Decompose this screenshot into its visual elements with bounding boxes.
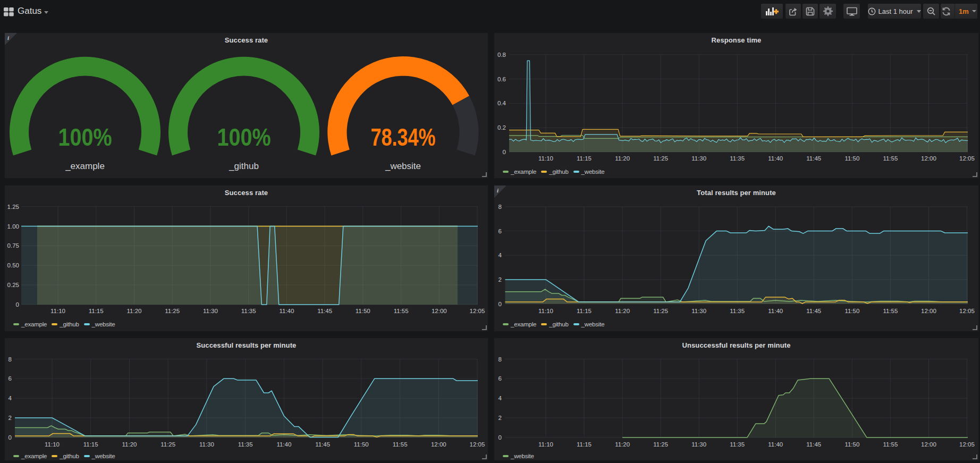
svg-text:11:45: 11:45: [806, 155, 821, 162]
svg-text:11:50: 11:50: [844, 308, 859, 314]
svg-text:11:55: 11:55: [883, 308, 898, 314]
svg-text:11:50: 11:50: [844, 155, 859, 162]
svg-text:0.75: 0.75: [7, 242, 19, 249]
svg-text:12:00: 12:00: [432, 308, 447, 314]
svg-text:11:35: 11:35: [730, 155, 745, 162]
svg-text:11:10: 11:10: [50, 308, 65, 314]
svg-text:2: 2: [499, 415, 502, 421]
svg-text:0.6: 0.6: [497, 76, 506, 82]
svg-text:11:40: 11:40: [768, 155, 783, 162]
svg-text:11:25: 11:25: [653, 441, 668, 448]
svg-text:11:45: 11:45: [317, 308, 332, 314]
svg-text:100%: 100%: [217, 123, 271, 151]
svg-text:11:55: 11:55: [393, 441, 408, 448]
svg-text:_github: _github: [229, 161, 259, 171]
svg-text:11:45: 11:45: [315, 441, 330, 448]
svg-text:12:00: 12:00: [921, 441, 936, 448]
svg-text:4: 4: [499, 252, 502, 258]
svg-text:11:10: 11:10: [538, 308, 553, 314]
svg-text:11:20: 11:20: [127, 308, 142, 314]
svg-text:12:05: 12:05: [959, 155, 975, 162]
svg-text:0.2: 0.2: [497, 124, 506, 131]
svg-text:11:10: 11:10: [538, 155, 553, 162]
svg-text:11:25: 11:25: [653, 155, 668, 162]
svg-text:12:05: 12:05: [470, 308, 485, 314]
svg-text:11:40: 11:40: [768, 441, 783, 448]
svg-text:4: 4: [499, 395, 502, 401]
svg-text:100%: 100%: [58, 123, 112, 151]
svg-text:11:15: 11:15: [577, 441, 592, 448]
svg-text:0.25: 0.25: [7, 282, 19, 288]
svg-text:11:10: 11:10: [538, 441, 553, 448]
svg-text:0.4: 0.4: [497, 100, 506, 106]
svg-text:11:25: 11:25: [165, 308, 180, 314]
svg-text:11:55: 11:55: [394, 308, 409, 314]
svg-text:0: 0: [499, 301, 502, 307]
svg-text:1.00: 1.00: [7, 223, 19, 230]
svg-text:_example: _example: [65, 161, 105, 171]
svg-text:11:25: 11:25: [160, 441, 175, 448]
svg-text:11:30: 11:30: [199, 441, 214, 448]
svg-text:11:15: 11:15: [577, 308, 592, 314]
svg-text:12:00: 12:00: [921, 308, 936, 314]
svg-text:11:30: 11:30: [203, 308, 218, 314]
svg-text:1.25: 1.25: [7, 204, 19, 210]
svg-text:11:50: 11:50: [354, 441, 369, 448]
svg-text:11:50: 11:50: [356, 308, 370, 314]
svg-text:11:35: 11:35: [730, 308, 745, 314]
svg-text:11:40: 11:40: [276, 441, 291, 448]
svg-text:12:05: 12:05: [959, 441, 975, 448]
svg-text:6: 6: [9, 375, 12, 382]
svg-text:11:20: 11:20: [122, 441, 137, 448]
svg-text:11:15: 11:15: [83, 441, 98, 448]
svg-text:11:30: 11:30: [691, 155, 706, 162]
svg-text:0: 0: [499, 434, 502, 441]
svg-text:11:45: 11:45: [806, 441, 821, 448]
svg-text:8: 8: [499, 204, 502, 210]
svg-text:2: 2: [499, 276, 502, 283]
svg-text:4: 4: [9, 395, 12, 401]
svg-text:0: 0: [16, 301, 19, 308]
svg-text:11:15: 11:15: [577, 155, 592, 162]
svg-text:12:05: 12:05: [959, 308, 975, 314]
svg-text:0: 0: [9, 434, 12, 441]
svg-text:11:40: 11:40: [768, 308, 783, 314]
svg-text:0.50: 0.50: [7, 262, 19, 268]
svg-text:11:15: 11:15: [89, 308, 104, 314]
svg-text:11:25: 11:25: [653, 308, 668, 314]
svg-text:0.8: 0.8: [497, 52, 506, 58]
svg-text:11:20: 11:20: [615, 441, 630, 448]
svg-text:2: 2: [9, 415, 12, 421]
svg-text:6: 6: [499, 375, 502, 382]
svg-text:11:30: 11:30: [691, 308, 706, 314]
svg-text:11:40: 11:40: [279, 308, 294, 314]
svg-text:12:05: 12:05: [470, 441, 485, 448]
svg-text:6: 6: [499, 228, 502, 234]
svg-text:11:55: 11:55: [883, 441, 898, 448]
svg-text:78.34%: 78.34%: [371, 123, 436, 151]
svg-text:11:55: 11:55: [883, 155, 898, 162]
svg-text:0: 0: [503, 149, 506, 155]
svg-text:12:00: 12:00: [431, 441, 446, 448]
svg-text:11:10: 11:10: [45, 441, 60, 448]
svg-text:_website: _website: [385, 161, 421, 171]
svg-text:11:20: 11:20: [615, 308, 630, 314]
svg-text:12:00: 12:00: [921, 155, 936, 162]
svg-text:8: 8: [499, 356, 502, 363]
svg-text:11:30: 11:30: [691, 441, 706, 448]
svg-text:11:35: 11:35: [238, 441, 253, 448]
svg-text:11:20: 11:20: [615, 155, 630, 162]
svg-text:11:45: 11:45: [806, 308, 821, 314]
svg-text:8: 8: [9, 356, 12, 363]
svg-text:11:35: 11:35: [730, 441, 745, 448]
svg-text:11:50: 11:50: [844, 441, 859, 448]
svg-text:11:35: 11:35: [241, 308, 256, 314]
